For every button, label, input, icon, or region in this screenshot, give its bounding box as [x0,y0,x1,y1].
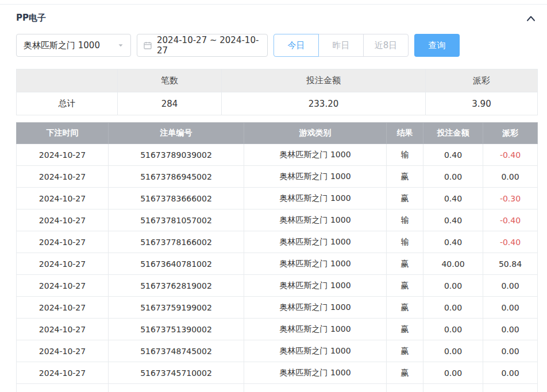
record-result: 输 [387,144,423,166]
summary-header-payout: 派彩 [426,69,538,92]
record-order-id: 51673745710002 [109,362,244,384]
record-bet-amount: 0.40 [423,231,483,253]
record-payout: 0.00 [483,275,538,297]
record-order-id: 51673748745002 [109,340,244,362]
record-bet-amount: 0.40 [423,188,483,209]
summary-header-empty [17,69,118,92]
record-bet-date: 2024-10-27 [17,231,109,253]
record-row: 2024-10-2751673745710002奥林匹斯之门 1000赢0.00… [17,362,538,384]
summary-total-row: 总计 284 233.20 3.90 [17,92,538,115]
record-result: 赢 [387,275,423,297]
record-result: 赢 [387,188,423,209]
record-order-id: 51673778166002 [109,231,244,253]
record-payout: 0.00 [483,362,538,384]
record-bet-amount: 0.40 [423,209,483,231]
filter-row: 奥林匹斯之门 1000 2024-10-27 ~ 2024-10-27 [16,34,537,57]
search-button[interactable]: 查询 [414,34,460,57]
panel-header: PP电子 [16,5,537,34]
record-bet-amount: 0.00 [423,340,483,362]
record-result: 赢 [387,253,423,275]
record-game-name: 奥林匹斯之门 1000 [244,319,387,340]
record-row: 2024-10-2751673751390002奥林匹斯之门 1000赢0.00… [17,319,538,340]
record-bet-date [17,384,109,392]
record-game-name: 奥林匹斯之门 1000 [244,340,387,362]
record-order-id: 51673781057002 [109,209,244,231]
record-result: 输 [387,231,423,253]
record-result: 赢 [387,362,423,384]
record-result: 赢 [387,297,423,319]
panel-title: PP电子 [16,13,46,24]
record-order-id [109,384,244,392]
date-range-picker[interactable]: 2024-10-27 ~ 2024-10-27 [137,34,268,57]
record-result [387,384,423,392]
record-bet-date: 2024-10-27 [17,209,109,231]
record-payout: -0.40 [483,144,538,166]
collapse-button[interactable] [525,13,537,24]
record-bet-amount: 0.00 [423,319,483,340]
record-payout: 0.00 [483,319,538,340]
panel-content: PP电子 奥林匹斯之门 1000 [0,5,547,392]
record-row: 2024-10-2751673762819002奥林匹斯之门 1000赢0.00… [17,275,538,297]
record-bet-date: 2024-10-27 [17,362,109,384]
record-game-name: 奥林匹斯之门 1000 [244,362,387,384]
record-game-name: 奥林匹斯之门 1000 [244,209,387,231]
record-result: 输 [387,209,423,231]
record-bet-date: 2024-10-27 [17,166,109,188]
top-divider [0,0,547,5]
summary-total-bet-amount: 233.20 [222,92,426,115]
record-bet-date: 2024-10-27 [17,297,109,319]
game-select[interactable]: 奥林匹斯之门 1000 [16,34,131,57]
record-order-id: 51673759199002 [109,297,244,319]
record-row: 2024-10-2751673781057002奥林匹斯之门 1000输0.40… [17,209,538,231]
summary-table: 笔数 投注金额 派彩 总计 284 233.20 3.90 [16,69,538,115]
today-button[interactable]: 今日 [274,34,319,57]
records-header-result: 结果 [387,123,423,144]
summary-total-label: 总计 [17,92,118,115]
record-bet-amount: 0.00 [423,362,483,384]
record-payout: -0.40 [483,209,538,231]
record-payout: 0.00 [483,297,538,319]
record-payout: 0.00 [483,340,538,362]
record-row: 2024-10-2751673748745002奥林匹斯之门 1000赢0.00… [17,340,538,362]
record-payout: -0.30 [483,188,538,209]
record-bet-amount [423,384,483,392]
bet-records-page: PP电子 奥林匹斯之门 1000 [0,0,547,392]
record-bet-amount: 40.00 [423,253,483,275]
records-header-bet-amount: 投注金额 [423,123,483,144]
record-row [17,384,538,392]
calendar-icon [143,41,152,50]
record-game-name: 奥林匹斯之门 1000 [244,188,387,209]
record-row: 2024-10-2751673786945002奥林匹斯之门 1000赢0.00… [17,166,538,188]
records-header-row: 下注时间 注单编号 游戏类别 结果 投注金额 派彩 [17,123,538,144]
record-game-name: 奥林匹斯之门 1000 [244,297,387,319]
record-order-id: 51673783666002 [109,188,244,209]
record-payout: 0.00 [483,166,538,188]
game-select-value: 奥林匹斯之门 1000 [24,40,100,51]
record-bet-date: 2024-10-27 [17,319,109,340]
record-bet-amount: 0.40 [423,144,483,166]
quick-date-buttons: 今日 昨日 近8日 [274,34,409,57]
record-game-name: 奥林匹斯之门 1000 [244,231,387,253]
record-bet-date: 2024-10-27 [17,275,109,297]
record-row: 2024-10-2751673759199002奥林匹斯之门 1000赢0.00… [17,297,538,319]
records-header-order-id: 注单编号 [109,123,244,144]
yesterday-button[interactable]: 昨日 [318,34,364,57]
summary-total-payout: 3.90 [426,92,538,115]
record-payout: 50.84 [483,253,538,275]
record-order-id: 51673786945002 [109,166,244,188]
last-8-days-button[interactable]: 近8日 [363,34,409,57]
record-bet-amount: 0.00 [423,166,483,188]
record-payout: -0.40 [483,231,538,253]
record-bet-date: 2024-10-27 [17,340,109,362]
record-game-name: 奥林匹斯之门 1000 [244,253,387,275]
record-result: 赢 [387,166,423,188]
record-order-id: 51673762819002 [109,275,244,297]
date-range-value: 2024-10-27 ~ 2024-10-27 [157,35,261,56]
record-bet-amount: 0.00 [423,275,483,297]
record-order-id: 51673640781002 [109,253,244,275]
record-result: 赢 [387,319,423,340]
record-bet-date: 2024-10-27 [17,253,109,275]
record-game-name [244,384,387,392]
record-game-name: 奥林匹斯之门 1000 [244,275,387,297]
summary-header-count: 笔数 [118,69,222,92]
